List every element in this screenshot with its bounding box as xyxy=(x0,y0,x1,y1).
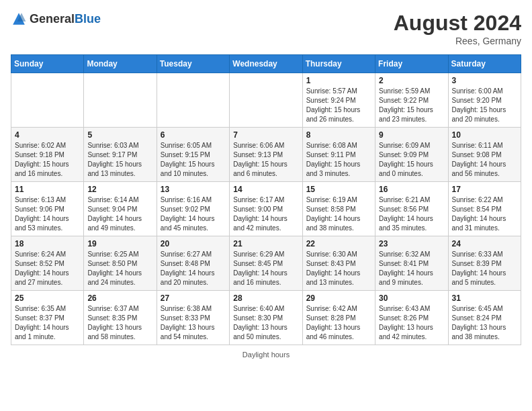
day-info: Sunrise: 6:24 AMSunset: 8:52 PMDaylight:… xyxy=(15,250,80,287)
calendar-cell: 3Sunrise: 6:00 AMSunset: 9:20 PMDaylight… xyxy=(448,73,521,128)
day-number: 25 xyxy=(15,293,80,303)
calendar-cell: 23Sunrise: 6:32 AMSunset: 8:41 PMDayligh… xyxy=(375,236,448,291)
calendar-cell: 12Sunrise: 6:14 AMSunset: 9:04 PMDayligh… xyxy=(84,182,157,236)
day-number: 19 xyxy=(87,239,152,248)
day-number: 28 xyxy=(233,293,298,303)
calendar-cell: 9Sunrise: 6:09 AMSunset: 9:09 PMDaylight… xyxy=(375,128,448,182)
calendar-cell: 19Sunrise: 6:25 AMSunset: 8:50 PMDayligh… xyxy=(84,236,157,291)
day-number: 11 xyxy=(15,185,80,194)
day-of-week-header: Saturday xyxy=(448,55,521,73)
calendar-cell: 26Sunrise: 6:37 AMSunset: 8:35 PMDayligh… xyxy=(84,291,157,345)
day-number: 17 xyxy=(452,185,517,194)
day-info: Sunrise: 6:19 AMSunset: 8:58 PMDaylight:… xyxy=(306,195,371,233)
day-info: Sunrise: 6:21 AMSunset: 8:56 PMDaylight:… xyxy=(379,195,444,233)
calendar-cell: 10Sunrise: 6:11 AMSunset: 9:08 PMDayligh… xyxy=(448,128,521,182)
day-number: 20 xyxy=(161,239,226,248)
day-number: 4 xyxy=(15,130,80,140)
logo: GeneralBlue xyxy=(11,11,101,27)
day-info: Sunrise: 6:25 AMSunset: 8:50 PMDaylight:… xyxy=(87,250,152,287)
day-number: 15 xyxy=(306,185,371,194)
day-info: Sunrise: 6:17 AMSunset: 9:00 PMDaylight:… xyxy=(233,195,298,233)
calendar-cell: 16Sunrise: 6:21 AMSunset: 8:56 PMDayligh… xyxy=(375,182,448,236)
calendar-week-row: 1Sunrise: 5:57 AMSunset: 9:24 PMDaylight… xyxy=(11,73,521,128)
day-info: Sunrise: 6:27 AMSunset: 8:48 PMDaylight:… xyxy=(161,250,226,287)
day-number: 18 xyxy=(15,239,80,248)
day-info: Sunrise: 6:43 AMSunset: 8:26 PMDaylight:… xyxy=(379,304,444,342)
day-of-week-header: Tuesday xyxy=(157,55,229,73)
calendar-week-row: 25Sunrise: 6:35 AMSunset: 8:37 PMDayligh… xyxy=(11,291,521,345)
day-number: 30 xyxy=(379,293,444,303)
calendar-cell: 8Sunrise: 6:08 AMSunset: 9:11 PMDaylight… xyxy=(302,128,375,182)
day-info: Sunrise: 5:57 AMSunset: 9:24 PMDaylight:… xyxy=(306,87,371,124)
calendar-cell: 30Sunrise: 6:43 AMSunset: 8:26 PMDayligh… xyxy=(375,291,448,345)
logo-icon xyxy=(11,11,27,27)
calendar-cell xyxy=(84,73,157,128)
calendar-cell: 18Sunrise: 6:24 AMSunset: 8:52 PMDayligh… xyxy=(11,236,84,291)
calendar-cell: 15Sunrise: 6:19 AMSunset: 8:58 PMDayligh… xyxy=(302,182,375,236)
day-number: 9 xyxy=(379,130,444,140)
day-number: 3 xyxy=(452,76,517,85)
footer-note: Daylight hours xyxy=(11,351,521,359)
page-header: GeneralBlue August 2024 Rees, Germany xyxy=(11,11,521,46)
day-number: 2 xyxy=(379,76,444,85)
calendar-cell: 11Sunrise: 6:13 AMSunset: 9:06 PMDayligh… xyxy=(11,182,84,236)
day-of-week-header: Sunday xyxy=(11,55,84,73)
day-number: 10 xyxy=(452,130,517,140)
day-info: Sunrise: 6:08 AMSunset: 9:11 PMDaylight:… xyxy=(306,141,371,179)
day-number: 29 xyxy=(306,293,371,303)
calendar-cell: 4Sunrise: 6:02 AMSunset: 9:18 PMDaylight… xyxy=(11,128,84,182)
day-number: 8 xyxy=(306,130,371,140)
day-number: 12 xyxy=(87,185,152,194)
calendar-cell: 24Sunrise: 6:33 AMSunset: 8:39 PMDayligh… xyxy=(448,236,521,291)
day-info: Sunrise: 6:00 AMSunset: 9:20 PMDaylight:… xyxy=(452,87,517,124)
day-info: Sunrise: 6:40 AMSunset: 8:30 PMDaylight:… xyxy=(233,304,298,342)
day-info: Sunrise: 6:06 AMSunset: 9:13 PMDaylight:… xyxy=(233,141,298,179)
day-number: 31 xyxy=(452,293,517,303)
day-number: 21 xyxy=(233,239,298,248)
day-number: 26 xyxy=(87,293,152,303)
day-number: 13 xyxy=(161,185,226,194)
calendar-cell xyxy=(157,73,229,128)
calendar-cell: 25Sunrise: 6:35 AMSunset: 8:37 PMDayligh… xyxy=(11,291,84,345)
location: Rees, Germany xyxy=(394,36,521,46)
title-block: August 2024 Rees, Germany xyxy=(394,11,521,46)
calendar-cell: 21Sunrise: 6:29 AMSunset: 8:45 PMDayligh… xyxy=(230,236,302,291)
day-info: Sunrise: 6:03 AMSunset: 9:17 PMDaylight:… xyxy=(87,141,152,179)
day-of-week-header: Monday xyxy=(84,55,157,73)
calendar-week-row: 4Sunrise: 6:02 AMSunset: 9:18 PMDaylight… xyxy=(11,128,521,182)
calendar-cell: 22Sunrise: 6:30 AMSunset: 8:43 PMDayligh… xyxy=(302,236,375,291)
day-info: Sunrise: 6:16 AMSunset: 9:02 PMDaylight:… xyxy=(161,195,226,233)
calendar-cell: 7Sunrise: 6:06 AMSunset: 9:13 PMDaylight… xyxy=(230,128,302,182)
day-info: Sunrise: 6:32 AMSunset: 8:41 PMDaylight:… xyxy=(379,250,444,287)
calendar-cell: 2Sunrise: 5:59 AMSunset: 9:22 PMDaylight… xyxy=(375,73,448,128)
day-info: Sunrise: 6:42 AMSunset: 8:28 PMDaylight:… xyxy=(306,304,371,342)
calendar-cell: 31Sunrise: 6:45 AMSunset: 8:24 PMDayligh… xyxy=(448,291,521,345)
day-info: Sunrise: 6:05 AMSunset: 9:15 PMDaylight:… xyxy=(161,141,226,179)
day-number: 22 xyxy=(306,239,371,248)
logo-blue: Blue xyxy=(75,12,101,26)
day-info: Sunrise: 6:45 AMSunset: 8:24 PMDaylight:… xyxy=(452,304,517,342)
day-info: Sunrise: 6:38 AMSunset: 8:33 PMDaylight:… xyxy=(161,304,226,342)
calendar-cell: 13Sunrise: 6:16 AMSunset: 9:02 PMDayligh… xyxy=(157,182,229,236)
day-info: Sunrise: 6:29 AMSunset: 8:45 PMDaylight:… xyxy=(233,250,298,287)
day-info: Sunrise: 5:59 AMSunset: 9:22 PMDaylight:… xyxy=(379,87,444,124)
calendar-cell: 6Sunrise: 6:05 AMSunset: 9:15 PMDaylight… xyxy=(157,128,229,182)
calendar-cell: 20Sunrise: 6:27 AMSunset: 8:48 PMDayligh… xyxy=(157,236,229,291)
day-of-week-header: Wednesday xyxy=(230,55,302,73)
day-number: 1 xyxy=(306,76,371,85)
day-info: Sunrise: 6:14 AMSunset: 9:04 PMDaylight:… xyxy=(87,195,152,233)
day-info: Sunrise: 6:37 AMSunset: 8:35 PMDaylight:… xyxy=(87,304,152,342)
day-info: Sunrise: 6:35 AMSunset: 8:37 PMDaylight:… xyxy=(15,304,80,342)
calendar-cell: 28Sunrise: 6:40 AMSunset: 8:30 PMDayligh… xyxy=(230,291,302,345)
calendar-cell: 5Sunrise: 6:03 AMSunset: 9:17 PMDaylight… xyxy=(84,128,157,182)
calendar-header-row: SundayMondayTuesdayWednesdayThursdayFrid… xyxy=(11,55,521,73)
day-of-week-header: Thursday xyxy=(302,55,375,73)
day-number: 16 xyxy=(379,185,444,194)
calendar-cell: 14Sunrise: 6:17 AMSunset: 9:00 PMDayligh… xyxy=(230,182,302,236)
day-info: Sunrise: 6:33 AMSunset: 8:39 PMDaylight:… xyxy=(452,250,517,287)
day-info: Sunrise: 6:09 AMSunset: 9:09 PMDaylight:… xyxy=(379,141,444,179)
day-number: 14 xyxy=(233,185,298,194)
calendar-week-row: 18Sunrise: 6:24 AMSunset: 8:52 PMDayligh… xyxy=(11,236,521,291)
day-number: 23 xyxy=(379,239,444,248)
day-number: 24 xyxy=(452,239,517,248)
